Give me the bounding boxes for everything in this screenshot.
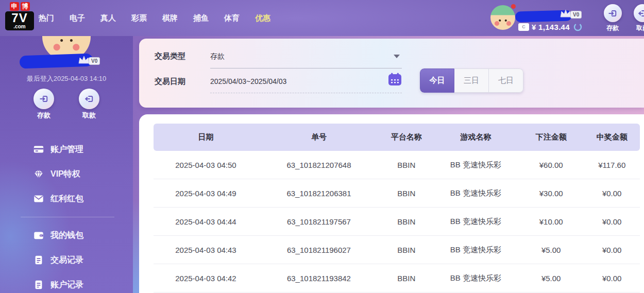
table-cell: BB 竞速快乐彩 bbox=[433, 245, 518, 255]
card-icon bbox=[32, 143, 45, 156]
sidebar-item-1-0[interactable]: 我的钱包 bbox=[0, 223, 133, 248]
transaction-type-value[interactable]: 存款 bbox=[210, 52, 225, 61]
table-cell: BB 竞速快乐彩 bbox=[433, 188, 518, 198]
table-cell: ¥0.00 bbox=[584, 189, 640, 198]
table-cell: ¥10.00 bbox=[518, 217, 584, 226]
document-icon bbox=[32, 254, 45, 266]
range-button-1[interactable]: 今日 bbox=[420, 68, 454, 93]
table-row: 2025-04-03 04:4363_101821196027BBINBB 竞速… bbox=[154, 236, 640, 264]
main-nav: 热门电子真人彩票棋牌捕鱼体育优惠 bbox=[35, 0, 282, 36]
deposit-icon bbox=[33, 89, 54, 109]
logo-block: 7V .com bbox=[5, 11, 34, 30]
table-cell: ¥0.00 bbox=[584, 217, 640, 226]
transaction-type-label: 交易类型 bbox=[155, 51, 185, 61]
nav-item-5[interactable]: 棋牌 bbox=[159, 13, 181, 23]
transaction-date-value[interactable]: 2025/04/03~2025/04/03 bbox=[210, 77, 286, 85]
table-cell: 2025-04-03 04:44 bbox=[154, 217, 258, 226]
nav-item-4[interactable]: 彩票 bbox=[128, 13, 150, 23]
table-cell: BB 竞速快乐彩 bbox=[433, 273, 518, 283]
table-cell: ¥0.00 bbox=[584, 246, 640, 254]
header-action-withdraw[interactable]: 取款 bbox=[628, 4, 644, 32]
nav-item-6[interactable]: 捕鱼 bbox=[190, 13, 212, 23]
deposit-icon bbox=[604, 4, 622, 22]
main-content: 交易类型 存款 交易日期 2025/04/03~2025/04/03 今日三日七… bbox=[133, 36, 644, 293]
transaction-date-label: 交易日期 bbox=[155, 77, 185, 87]
header-action-label: 取款 bbox=[628, 24, 644, 32]
table-cell: 63_101821207648 bbox=[258, 161, 380, 169]
column-header-3: 平台名称 bbox=[380, 132, 433, 142]
table-cell: 2025-04-03 04:49 bbox=[154, 189, 258, 198]
table-cell: 63_101821197567 bbox=[258, 217, 380, 226]
sidebar-menu-divider bbox=[21, 217, 114, 217]
table-cell: 2025-04-03 04:50 bbox=[154, 161, 258, 169]
caret-down-icon[interactable] bbox=[394, 55, 400, 58]
user-avatar[interactable] bbox=[490, 5, 515, 30]
nav-item-3[interactable]: 真人 bbox=[97, 13, 120, 23]
sidebar-item-0-2[interactable]: 红利红包 bbox=[0, 186, 133, 211]
sidebar: V0 最后登入2025-04-03 14:10 存款取款 账户管理VIP特权红利… bbox=[0, 36, 133, 293]
nav-item-2[interactable]: 电子 bbox=[66, 13, 89, 23]
sidebar-action-label: 取款 bbox=[73, 111, 105, 120]
table-row: 2025-04-03 04:4463_101821197567BBINBB 竞速… bbox=[154, 208, 640, 236]
table-cell: BBIN bbox=[380, 189, 433, 198]
header-quick-actions: 存款取款 bbox=[598, 4, 644, 32]
table-cell: ¥5.00 bbox=[518, 274, 584, 283]
logo-badge-bo: 博 bbox=[21, 2, 30, 11]
table-cell: ¥30.00 bbox=[518, 189, 584, 198]
notification-dot bbox=[511, 4, 516, 9]
records-table-panel: 日期单号平台名称游戏名称下注金额中奖金额 2025-04-03 04:5063_… bbox=[139, 114, 644, 293]
sidebar-item-label: 我的钱包 bbox=[50, 230, 83, 241]
table-header-row: 日期单号平台名称游戏名称下注金额中奖金额 bbox=[154, 124, 640, 151]
vip-level-badge: V0 bbox=[570, 11, 582, 19]
column-header-5: 下注金额 bbox=[518, 132, 584, 142]
sidebar-item-0-1[interactable]: VIP特权 bbox=[0, 162, 133, 186]
column-header-6: 中奖金额 bbox=[584, 132, 640, 142]
header-action-label: 存款 bbox=[598, 24, 628, 32]
column-header-1: 日期 bbox=[154, 132, 258, 142]
table-cell: BB 竞速快乐彩 bbox=[433, 217, 518, 227]
nav-item-8[interactable]: 优惠 bbox=[251, 13, 274, 23]
nav-item-1[interactable]: 热门 bbox=[35, 13, 58, 23]
calendar-icon[interactable] bbox=[388, 73, 402, 86]
logo-badge-shen: 申 bbox=[10, 2, 19, 11]
type-field-underline bbox=[210, 68, 402, 68]
date-range-group: 今日三日七日 bbox=[420, 68, 523, 93]
withdraw-icon bbox=[79, 89, 99, 109]
logo-main-text: 7V bbox=[6, 12, 33, 24]
date-field-underline bbox=[210, 93, 402, 93]
sidebar-quick-actions: 存款取款 bbox=[0, 89, 133, 120]
logo-sub-text: .com bbox=[6, 24, 33, 29]
sidebar-action-deposit[interactable]: 存款 bbox=[28, 89, 60, 120]
table-cell: 2025-04-03 04:42 bbox=[154, 274, 258, 283]
document-icon bbox=[32, 279, 45, 291]
sidebar-vip-crown-wrap: V0 bbox=[77, 55, 100, 65]
range-button-3[interactable]: 七日 bbox=[489, 68, 523, 93]
vip-crown-wrap: V0 bbox=[559, 8, 582, 19]
table-body: 2025-04-03 04:5063_101821207648BBINBB 竞速… bbox=[154, 151, 640, 292]
nav-item-7[interactable]: 体育 bbox=[221, 13, 243, 23]
wallet-icon: C bbox=[518, 23, 529, 31]
last-login-text: 最后登入2025-04-03 14:10 bbox=[0, 74, 133, 83]
table-cell: ¥117.60 bbox=[584, 161, 640, 169]
sidebar-action-label: 存款 bbox=[28, 111, 60, 120]
table-cell: 63_101821206381 bbox=[258, 189, 380, 198]
table-cell: 63_101821193842 bbox=[258, 274, 380, 283]
table-cell: BB 竞速快乐彩 bbox=[433, 160, 518, 170]
table-cell: BBIN bbox=[380, 217, 433, 226]
sidebar-item-1-2[interactable]: 账户记录 bbox=[0, 272, 133, 293]
balance-row: C ¥ 1,143.44 bbox=[518, 23, 582, 31]
sidebar-item-label: 红利红包 bbox=[50, 194, 83, 204]
site-logo[interactable]: 申 博 7V .com bbox=[5, 2, 34, 30]
refresh-icon[interactable] bbox=[573, 23, 582, 31]
range-button-2[interactable]: 三日 bbox=[454, 68, 489, 93]
sidebar-item-label: 账户管理 bbox=[50, 144, 83, 155]
sidebar-action-withdraw[interactable]: 取款 bbox=[73, 89, 105, 120]
filter-panel: 交易类型 存款 交易日期 2025/04/03~2025/04/03 今日三日七… bbox=[139, 39, 644, 108]
header-user-cluster: V0 C ¥ 1,143.44 bbox=[488, 3, 586, 34]
table-cell: 2025-04-03 04:43 bbox=[154, 246, 258, 254]
sidebar-item-label: 交易记录 bbox=[50, 255, 83, 266]
sidebar-item-0-0[interactable]: 账户管理 bbox=[0, 137, 133, 162]
table-row: 2025-04-03 04:4263_101821193842BBINBB 竞速… bbox=[154, 264, 640, 292]
sidebar-item-1-1[interactable]: 交易记录 bbox=[0, 248, 133, 272]
header-action-deposit[interactable]: 存款 bbox=[598, 4, 628, 32]
